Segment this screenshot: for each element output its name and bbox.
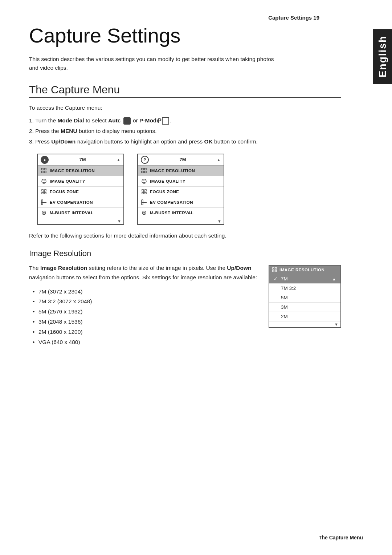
auto-menu-item-mburst-label: M-BURST INTERVAL xyxy=(50,211,94,215)
intro-text: This section describes the various setti… xyxy=(29,55,283,73)
auto-mode-icon: ● xyxy=(123,117,131,125)
svg-point-23 xyxy=(143,180,144,181)
svg-rect-18 xyxy=(142,168,143,170)
p-grid-icon xyxy=(141,167,147,174)
page-footer: The Capture Menu xyxy=(319,535,363,540)
svg-rect-37 xyxy=(273,270,274,272)
resolution-bullet-list: 7M (3072 x 2304) 7M 3:2 (3072 x 2048) 5M… xyxy=(29,287,258,347)
p-menu-item-image-resolution: IMAGE RESOLUTION xyxy=(138,166,224,176)
svg-point-5 xyxy=(43,180,44,181)
res-menu-container: IMAGE RESOLUTION ✓ 7M ▲ 7M 3:2 5M xyxy=(269,265,341,328)
svg-rect-7 xyxy=(42,190,43,191)
res-item-3m: 3M xyxy=(269,303,340,312)
focus-icon xyxy=(41,189,47,195)
svg-rect-27 xyxy=(145,190,146,191)
menu-screenshots: ● 7M ▲ IMAGE RESOLUTION xyxy=(37,154,341,225)
image-resolution-bold1: Image Resolution xyxy=(40,265,87,271)
p-mp-label: 7M xyxy=(180,157,186,162)
auto-menu-item-image-resolution-label: IMAGE RESOLUTION xyxy=(50,169,95,173)
p-face-icon xyxy=(141,178,147,185)
step1-bold1: Mode Dial xyxy=(57,117,84,123)
svg-point-35 xyxy=(143,212,145,214)
p-menu-item-ev-compensation: + - EV COMPENSATION xyxy=(138,197,224,208)
svg-rect-26 xyxy=(142,193,143,194)
checkmark-7m: ✓ xyxy=(274,276,279,281)
face-icon xyxy=(41,178,47,185)
svg-rect-2 xyxy=(44,168,46,170)
res-menu-items: ✓ 7M ▲ 7M 3:2 5M 3M xyxy=(269,274,340,321)
svg-rect-39 xyxy=(275,270,277,272)
auto-menu-item-focus-zone-label: FOCUS ZONE xyxy=(50,190,79,194)
res-item-5m: 5M xyxy=(269,293,340,303)
svg-point-11 xyxy=(43,191,45,193)
auto-mp-label: 7M xyxy=(79,157,86,162)
auto-menu-item-image-resolution: IMAGE RESOLUTION xyxy=(38,166,123,176)
res-menu-header: IMAGE RESOLUTION xyxy=(269,266,340,274)
auto-menu-items: IMAGE RESOLUTION IMAGE QUALITY xyxy=(38,166,123,218)
section1-heading: The Capture Menu xyxy=(29,84,341,98)
svg-rect-9 xyxy=(45,190,46,191)
svg-rect-3 xyxy=(44,171,46,173)
p-menu-item-focus-zone-label: FOCUS ZONE xyxy=(150,190,179,194)
svg-text:+: + xyxy=(142,201,144,204)
res-item-7m-32: 7M 3:2 xyxy=(269,284,340,293)
image-resolution-menu-box: IMAGE RESOLUTION ✓ 7M ▲ 7M 3:2 5M xyxy=(269,265,341,328)
svg-text:-: - xyxy=(44,201,45,204)
svg-rect-25 xyxy=(142,190,143,191)
svg-rect-20 xyxy=(144,168,146,170)
auto-menu-item-ev-label: EV COMPENSATION xyxy=(50,200,93,204)
auto-mode-menu: ● 7M ▲ IMAGE RESOLUTION xyxy=(37,154,124,225)
step-2: Press the MENU button to display menu op… xyxy=(29,127,341,136)
bullet-vga: VGA (640 x 480) xyxy=(33,337,258,347)
step-1: Turn the Mode Dial to select Auto ● or P… xyxy=(29,116,341,125)
svg-rect-0 xyxy=(41,168,43,170)
grid-icon xyxy=(41,167,47,174)
page-header: Capture Settings 19 xyxy=(29,15,341,21)
svg-rect-36 xyxy=(273,268,274,269)
res-scroll-up-arrow: ▲ xyxy=(332,277,336,281)
language-tab: English xyxy=(373,29,392,84)
p-ev-icon: + - xyxy=(141,199,147,206)
p-scroll-down-area: ▼ xyxy=(138,218,224,224)
auto-menu-item-mburst: M-BURST INTERVAL xyxy=(38,208,123,218)
p-menu-item-mburst: M-BURST INTERVAL xyxy=(138,208,224,218)
image-resolution-heading: Image Resolution xyxy=(29,249,341,258)
svg-point-6 xyxy=(45,180,45,181)
svg-rect-10 xyxy=(45,193,46,194)
auto-menu-item-focus-zone: FOCUS ZONE xyxy=(38,187,123,197)
p-mode-menu: P 7M ▲ IMAGE RESOLUTION xyxy=(137,154,224,225)
res-item-7m-32-label: 7M 3:2 xyxy=(281,285,296,291)
svg-rect-8 xyxy=(42,193,43,194)
res-item-7m-label: 7M xyxy=(281,276,288,281)
p-burst-icon xyxy=(141,210,147,216)
svg-point-29 xyxy=(143,191,145,193)
image-resolution-text-block: The Image Resolution setting refers to t… xyxy=(29,263,258,351)
auto-menu-item-ev-compensation: + - EV COMPENSATION xyxy=(38,197,123,208)
res-scroll-down-area: ▼ xyxy=(269,321,340,327)
res-menu-header-label: IMAGE RESOLUTION xyxy=(279,268,324,272)
p-menu-header-left: P xyxy=(141,156,149,164)
capture-menu-intro: To access the Capture menu: xyxy=(29,105,341,111)
step3-bold2: OK xyxy=(204,138,213,145)
auto-menu-item-image-quality-label: IMAGE QUALITY xyxy=(50,179,85,183)
auto-menu-header: ● 7M ▲ xyxy=(38,154,123,166)
language-label: English xyxy=(377,36,388,77)
step3-bold1: Up/Down xyxy=(51,138,75,145)
auto-scroll-down-area: ▼ xyxy=(38,218,123,224)
auto-scroll-up-arrow: ▲ xyxy=(117,158,121,162)
page-title: Capture Settings xyxy=(29,24,341,47)
svg-text:+: + xyxy=(42,201,44,204)
step1-bold3: P-Mode xyxy=(139,117,160,123)
p-mode-icon: P xyxy=(162,117,169,125)
svg-point-24 xyxy=(145,180,146,181)
bullet-5m: 5M (2576 x 1932) xyxy=(33,307,258,317)
step2-bold1: MENU xyxy=(61,128,77,134)
res-item-2m-label: 2M xyxy=(281,314,288,319)
p-menu-items: IMAGE RESOLUTION IMAGE QUALITY xyxy=(138,166,224,218)
svg-rect-28 xyxy=(145,193,146,194)
p-focus-icon xyxy=(141,189,147,195)
step-3: Press Up/Down navigation buttons to high… xyxy=(29,137,341,146)
burst-icon xyxy=(41,210,47,216)
p-menu-header: P 7M ▲ xyxy=(138,154,224,166)
auto-menu-header-left: ● xyxy=(41,156,49,164)
